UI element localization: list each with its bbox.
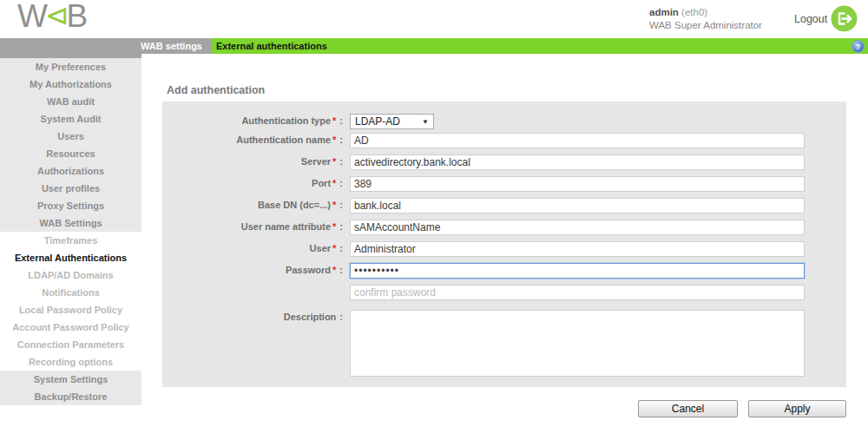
selected-value: LDAP-AD: [355, 115, 400, 128]
required-marker: *: [332, 115, 336, 126]
form-row: [162, 285, 846, 300]
help-icon[interactable]: ?: [852, 40, 865, 53]
required-marker: *: [332, 243, 336, 253]
sidebar-item-notifications[interactable]: Notifications: [0, 284, 141, 301]
password-input[interactable]: [350, 263, 805, 279]
form-row: User name attribute*:: [162, 220, 846, 235]
sidebar-item-ldap-ad-domains[interactable]: LDAP/AD Domains: [0, 266, 141, 284]
port-input[interactable]: [350, 176, 805, 192]
sidebar-item-account-password-policy[interactable]: Account Password Policy: [0, 319, 141, 336]
description-textarea[interactable]: [350, 310, 805, 377]
add-authentication-form: Authentication type*: LDAP-AD ▼ Authenti…: [162, 102, 846, 387]
user-name-attribute-input[interactable]: [350, 220, 805, 235]
user-name-attribute-label: User name attribute*:: [162, 221, 343, 232]
required-marker: *: [332, 265, 336, 275]
username: admin: [649, 7, 679, 17]
user-input[interactable]: [350, 241, 805, 257]
sidebar-item-resources[interactable]: Resources: [0, 145, 141, 162]
logo-green-arrow-icon: ⊲: [45, 0, 68, 31]
server-input[interactable]: [350, 154, 805, 170]
sidebar-item-wab-audit[interactable]: WAB audit: [0, 93, 141, 110]
logout-icon[interactable]: [831, 5, 858, 32]
sidebar-item-local-password-policy[interactable]: Local Password Policy: [0, 301, 141, 319]
authentication-name-input[interactable]: [350, 133, 805, 148]
tab-bar: External authentications: [211, 38, 868, 54]
required-marker: *: [332, 135, 336, 145]
logo-letter-w: W: [17, 0, 46, 34]
user-role: WAB Super Administrator: [649, 19, 762, 32]
tab-wab-settings[interactable]: WAB settings: [0, 38, 211, 54]
form-row: Server*:: [162, 154, 846, 170]
sidebar-item-wab-settings[interactable]: WAB Settings: [0, 214, 141, 232]
base-dn-input[interactable]: [350, 198, 805, 214]
sidebar-item-my-preferences[interactable]: My Preferences: [0, 58, 141, 76]
wab-logo: W⊲B: [17, 0, 86, 35]
sidebar-item-system-audit[interactable]: System Audit: [0, 110, 141, 128]
sidebar-item-proxy-settings[interactable]: Proxy Settings: [0, 197, 141, 214]
form-row: Password*:: [162, 263, 846, 279]
sidebar-item-connection-parameters[interactable]: Connection Parameters: [0, 336, 141, 353]
sidebar-main-menu: My Preferences My Authorizations WAB aud…: [0, 58, 141, 232]
cancel-button[interactable]: Cancel: [638, 400, 738, 417]
sidebar-item-external-authentications[interactable]: External Authentications: [0, 249, 141, 266]
password-label: Password*:: [162, 265, 343, 275]
user-info: admin (eth0) WAB Super Administrator: [649, 6, 762, 32]
port-label: Port*:: [162, 178, 343, 188]
form-row: User*:: [162, 241, 846, 257]
description-label: Description:: [162, 312, 343, 322]
logo-letter-b: B: [67, 0, 87, 34]
sidebar-item-recording-options[interactable]: Recording options: [0, 353, 141, 371]
wab-admin-page: W⊲B admin (eth0) WAB Super Administrator…: [0, 0, 868, 427]
page-title: Add authentication: [167, 84, 265, 96]
authentication-name-label: Authentication name*:: [162, 135, 343, 145]
network-interface: (eth0): [681, 7, 707, 17]
required-marker: *: [332, 156, 336, 167]
authentication-type-select[interactable]: LDAP-AD ▼: [350, 114, 434, 129]
required-marker: *: [332, 178, 336, 188]
form-row: Authentication name*:: [162, 133, 846, 148]
logout-label[interactable]: Logout: [794, 13, 827, 25]
app-header: W⊲B admin (eth0) WAB Super Administrator…: [0, 0, 868, 38]
sidebar-item-user-profiles[interactable]: User profiles: [0, 180, 141, 197]
sidebar-item-backup-restore[interactable]: Backup/Restore: [0, 388, 141, 405]
authentication-type-label: Authentication type*:: [162, 115, 343, 126]
form-row: Base DN (dc=...)*:: [162, 198, 846, 214]
user-label: User*:: [162, 243, 343, 253]
form-row: Authentication type*: LDAP-AD ▼: [162, 114, 846, 129]
dropdown-arrow-icon: ▼: [422, 118, 429, 126]
server-label: Server*:: [162, 156, 343, 167]
sidebar-item-timeframes[interactable]: Timeframes: [0, 232, 141, 249]
sidebar-item-users[interactable]: Users: [0, 128, 141, 145]
sidebar-item-system-settings[interactable]: System Settings: [0, 371, 141, 388]
sidebar-submenu: Timeframes External Authentications LDAP…: [0, 232, 141, 371]
sidebar-bottom-menu: System Settings Backup/Restore: [0, 371, 141, 405]
form-row: Port*:: [162, 176, 846, 192]
apply-button[interactable]: Apply: [748, 400, 846, 417]
sidebar-item-my-authorizations[interactable]: My Authorizations: [0, 76, 141, 93]
required-marker: *: [332, 221, 336, 232]
required-marker: *: [332, 200, 336, 210]
form-row: Description:: [162, 310, 846, 377]
confirm-password-input[interactable]: [350, 285, 805, 300]
sidebar-item-authorizations[interactable]: Authorizations: [0, 162, 141, 180]
tab-external-authentications[interactable]: External authentications: [216, 38, 327, 54]
base-dn-label: Base DN (dc=...)*:: [162, 200, 343, 210]
